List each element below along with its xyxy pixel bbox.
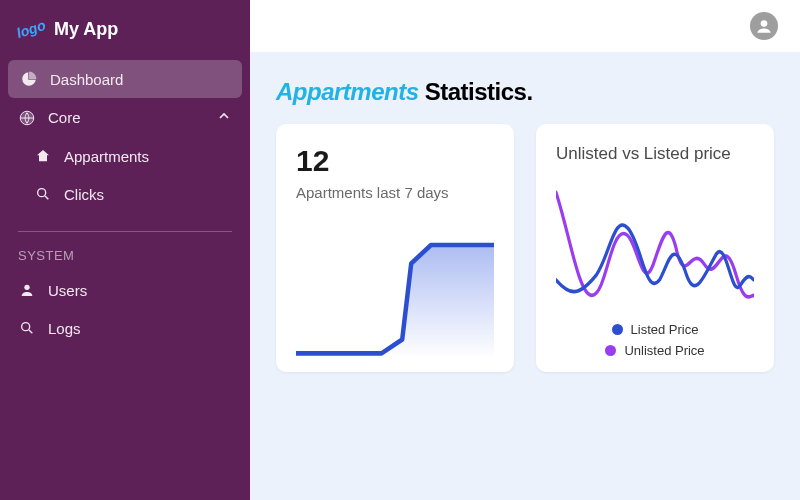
svg-point-3 <box>22 323 30 331</box>
area-chart <box>296 219 494 358</box>
sidebar-item-label: Appartments <box>64 148 149 165</box>
sidebar-item-logs[interactable]: Logs <box>0 309 250 347</box>
avatar[interactable] <box>750 12 778 40</box>
search-icon <box>34 185 52 203</box>
sidebar-item-label: Logs <box>48 320 81 337</box>
page-title-accent: Appartments <box>276 78 419 105</box>
sidebar-item-clicks[interactable]: Clicks <box>0 175 250 213</box>
sidebar-item-appartments[interactable]: Appartments <box>0 137 250 175</box>
pie-icon <box>20 70 38 88</box>
card-price-compare: Unlisted vs Listed price Listed Price <box>536 124 774 372</box>
user-icon <box>18 281 36 299</box>
legend-dot <box>612 324 623 335</box>
logo-icon: logo <box>15 13 48 46</box>
line-chart <box>556 182 754 316</box>
home-icon <box>34 147 52 165</box>
sidebar: logo My App Dashboard Core Appartments <box>0 0 250 500</box>
legend-item-unlisted: Unlisted Price <box>605 343 704 358</box>
sidebar-item-label: Users <box>48 282 87 299</box>
card-title: Unlisted vs Listed price <box>556 144 754 164</box>
sidebar-item-core[interactable]: Core <box>0 98 250 137</box>
sidebar-item-label: Dashboard <box>50 71 123 88</box>
sidebar-section-system: SYSTEM <box>0 242 250 271</box>
divider <box>18 231 232 232</box>
card-apartments-stat: 12 Apartments last 7 days <box>276 124 514 372</box>
page-title-rest: Statistics. <box>425 78 533 105</box>
search-icon <box>18 319 36 337</box>
topbar <box>250 0 800 52</box>
content: Appartments Statistics. 12 Apartments la… <box>250 52 800 500</box>
legend: Listed Price Unlisted Price <box>556 322 754 358</box>
page-title: Appartments Statistics. <box>276 78 774 106</box>
sidebar-item-label: Core <box>48 109 81 126</box>
svg-point-2 <box>24 285 29 290</box>
svg-point-1 <box>38 189 46 197</box>
legend-label: Unlisted Price <box>624 343 704 358</box>
svg-point-5 <box>761 20 768 27</box>
chevron-up-icon <box>216 108 232 127</box>
sidebar-item-users[interactable]: Users <box>0 271 250 309</box>
sidebar-item-label: Clicks <box>64 186 104 203</box>
legend-item-listed: Listed Price <box>612 322 699 337</box>
sidebar-item-dashboard[interactable]: Dashboard <box>8 60 242 98</box>
cards-row: 12 Apartments last 7 days <box>276 124 774 372</box>
globe-icon <box>18 109 36 127</box>
stat-number: 12 <box>296 144 494 178</box>
brand: logo My App <box>0 12 250 60</box>
legend-dot <box>605 345 616 356</box>
stat-subtitle: Apartments last 7 days <box>296 184 494 201</box>
app-name: My App <box>54 19 118 40</box>
main: Appartments Statistics. 12 Apartments la… <box>250 0 800 500</box>
legend-label: Listed Price <box>631 322 699 337</box>
